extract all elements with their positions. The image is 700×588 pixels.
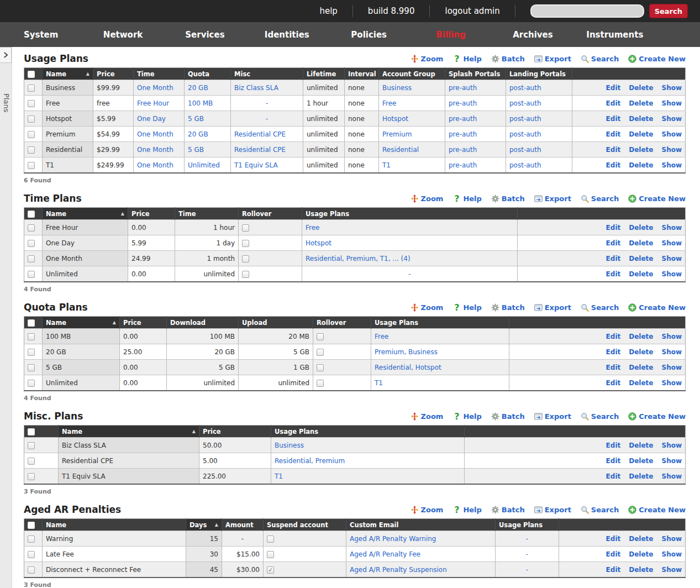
- usage-plans-link[interactable]: Hotspot: [306, 239, 331, 247]
- edit-link[interactable]: Edit: [606, 364, 621, 371]
- rollover-checkbox[interactable]: [242, 255, 249, 262]
- delete-link[interactable]: Delete: [629, 364, 653, 371]
- show-link[interactable]: Show: [661, 379, 682, 387]
- custom-email-link[interactable]: Aged A/R Penalty Fee: [350, 550, 420, 558]
- edit-link[interactable]: Edit: [606, 348, 621, 356]
- edit-link[interactable]: Edit: [606, 99, 621, 107]
- edit-link[interactable]: Edit: [606, 224, 621, 232]
- rollover-checkbox[interactable]: [242, 224, 249, 232]
- toolbar-export-button[interactable]: Export: [534, 412, 571, 421]
- row-select-checkbox[interactable]: [28, 380, 35, 387]
- toolbar-help-button[interactable]: ?Help: [452, 506, 481, 514]
- nav-item-instruments[interactable]: Instruments: [574, 30, 656, 40]
- column-header-amount[interactable]: Amount: [222, 519, 264, 531]
- toolbar-export-button[interactable]: Export: [534, 55, 571, 63]
- column-header-landing-portals[interactable]: Landing Portals: [506, 68, 572, 80]
- select-all-checkbox[interactable]: [28, 522, 35, 529]
- column-header-name[interactable]: Name▲: [43, 208, 128, 220]
- row-select-checkbox[interactable]: [28, 131, 35, 138]
- show-link[interactable]: Show: [661, 224, 682, 232]
- toolbar-search-button[interactable]: Search: [581, 303, 619, 312]
- misc-link[interactable]: Residential CPE: [234, 130, 286, 138]
- delete-link[interactable]: Delete: [629, 84, 653, 92]
- suspend-account-checkbox[interactable]: [267, 551, 274, 558]
- delete-link[interactable]: Delete: [629, 146, 653, 154]
- column-header-price[interactable]: Price: [120, 317, 167, 329]
- rollover-checkbox[interactable]: [317, 364, 324, 371]
- rollover-checkbox[interactable]: [242, 271, 249, 278]
- row-select-checkbox[interactable]: [28, 536, 35, 543]
- account-group-link[interactable]: Premium: [382, 130, 412, 138]
- rollover-checkbox[interactable]: [242, 240, 249, 247]
- quota-link[interactable]: 5 GB: [188, 146, 204, 154]
- column-header-price[interactable]: Price: [93, 68, 134, 80]
- edit-link[interactable]: Edit: [606, 146, 621, 154]
- delete-link[interactable]: Delete: [629, 333, 653, 340]
- toolbar-create-new-button[interactable]: Create New: [628, 412, 686, 421]
- edit-link[interactable]: Edit: [606, 550, 621, 558]
- misc-link[interactable]: T1 Equiv SLA: [234, 161, 278, 169]
- delete-link[interactable]: Delete: [629, 550, 653, 558]
- delete-link[interactable]: Delete: [629, 566, 653, 574]
- edit-link[interactable]: Edit: [606, 84, 621, 92]
- select-all-checkbox[interactable]: [28, 319, 35, 327]
- time-link[interactable]: One Day: [137, 115, 166, 123]
- account-group-link[interactable]: Hotspot: [382, 115, 408, 123]
- help-link[interactable]: help: [304, 6, 352, 16]
- quota-link[interactable]: 20 GB: [188, 84, 208, 92]
- quota-link[interactable]: 20 GB: [188, 130, 208, 138]
- row-select-checkbox[interactable]: [28, 85, 35, 92]
- row-select-checkbox[interactable]: [28, 224, 35, 232]
- suspend-account-checkbox[interactable]: [267, 536, 274, 543]
- toolbar-search-button[interactable]: Search: [581, 506, 619, 514]
- show-link[interactable]: Show: [661, 255, 682, 262]
- column-header-account-group[interactable]: Account Group: [379, 68, 445, 80]
- quota-link[interactable]: 5 GB: [188, 115, 204, 123]
- show-link[interactable]: Show: [661, 550, 682, 558]
- row-select-checkbox[interactable]: [28, 442, 35, 449]
- sidebar-collapse-button[interactable]: [0, 47, 12, 63]
- toolbar-batch-button[interactable]: Batch: [491, 195, 525, 203]
- column-header-download[interactable]: Download: [167, 317, 239, 329]
- delete-link[interactable]: Delete: [629, 535, 653, 543]
- delete-link[interactable]: Delete: [629, 442, 653, 449]
- delete-link[interactable]: Delete: [629, 130, 653, 138]
- show-link[interactable]: Show: [661, 535, 682, 543]
- landing-portals-link[interactable]: post-auth: [509, 115, 541, 123]
- usage-plans-link[interactable]: Free: [375, 333, 388, 340]
- landing-portals-link[interactable]: post-auth: [509, 161, 541, 169]
- usage-plans-link[interactable]: Premium, Business: [375, 348, 438, 356]
- edit-link[interactable]: Edit: [606, 566, 621, 574]
- column-header-name[interactable]: Name▲: [43, 68, 93, 80]
- usage-plans-link[interactable]: T1: [375, 379, 383, 387]
- select-all-checkbox[interactable]: [28, 71, 35, 78]
- quota-link[interactable]: 100 MB: [188, 99, 213, 107]
- nav-item-policies[interactable]: Policies: [328, 30, 410, 40]
- show-link[interactable]: Show: [661, 99, 682, 107]
- splash-portals-link[interactable]: pre-auth: [449, 99, 477, 107]
- toolbar-help-button[interactable]: ?Help: [452, 195, 481, 203]
- toolbar-create-new-button[interactable]: Create New: [628, 303, 686, 312]
- row-select-checkbox[interactable]: [28, 333, 35, 340]
- select-all-checkbox[interactable]: [28, 428, 35, 435]
- column-header-upload[interactable]: Upload: [239, 317, 313, 329]
- edit-link[interactable]: Edit: [606, 161, 621, 169]
- delete-link[interactable]: Delete: [629, 473, 653, 480]
- column-header-days[interactable]: Days▲: [186, 519, 222, 531]
- toolbar-search-button[interactable]: Search: [581, 195, 619, 203]
- time-link[interactable]: One Month: [137, 161, 173, 169]
- toolbar-help-button[interactable]: ?Help: [452, 55, 481, 63]
- column-header-name[interactable]: Name▲: [59, 426, 199, 438]
- time-link[interactable]: One Month: [137, 84, 173, 92]
- time-link[interactable]: Free Hour: [137, 99, 169, 107]
- show-link[interactable]: Show: [661, 130, 682, 138]
- delete-link[interactable]: Delete: [629, 239, 653, 247]
- show-link[interactable]: Show: [661, 442, 682, 449]
- column-header-time[interactable]: Time: [175, 208, 239, 220]
- rollover-checkbox[interactable]: [317, 380, 324, 387]
- column-header-price[interactable]: Price: [128, 208, 175, 220]
- edit-link[interactable]: Edit: [606, 442, 621, 449]
- custom-email-link[interactable]: Aged A/R Penalty Warning: [350, 535, 436, 543]
- show-link[interactable]: Show: [661, 239, 682, 247]
- toolbar-batch-button[interactable]: Batch: [491, 412, 525, 421]
